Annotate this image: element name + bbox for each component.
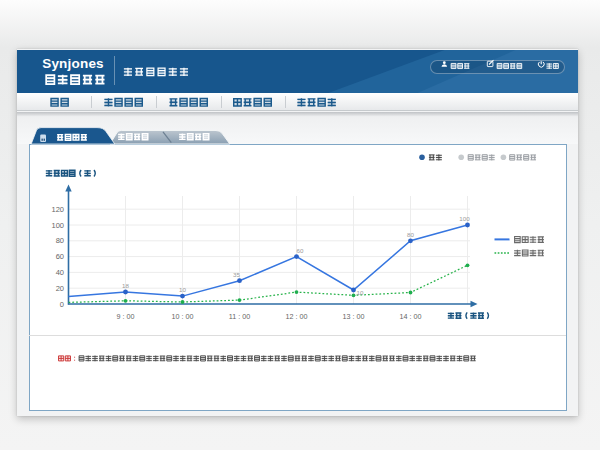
- svg-text:100: 100: [51, 221, 64, 230]
- svg-text:100: 100: [459, 215, 470, 222]
- svg-text:40: 40: [56, 268, 64, 277]
- svg-text:60: 60: [56, 252, 64, 261]
- svg-text:18: 18: [122, 282, 129, 289]
- svg-text:13 : 00: 13 : 00: [343, 312, 365, 321]
- svg-text:20: 20: [56, 284, 64, 293]
- svg-text:12 : 00: 12 : 00: [286, 312, 308, 321]
- svg-text:35: 35: [233, 271, 240, 278]
- svg-text:60: 60: [297, 247, 304, 254]
- svg-text:11 : 00: 11 : 00: [229, 312, 250, 321]
- svg-text:10: 10: [357, 289, 364, 296]
- svg-text:14 : 00: 14 : 00: [400, 312, 422, 321]
- svg-text:80: 80: [407, 231, 414, 238]
- svg-text:80: 80: [56, 236, 64, 245]
- svg-text:0: 0: [60, 300, 64, 309]
- svg-text:10: 10: [179, 286, 186, 293]
- svg-text:120: 120: [51, 205, 64, 214]
- svg-text:9 : 00: 9 : 00: [117, 312, 135, 321]
- svg-text:10 : 00: 10 : 00: [172, 312, 194, 321]
